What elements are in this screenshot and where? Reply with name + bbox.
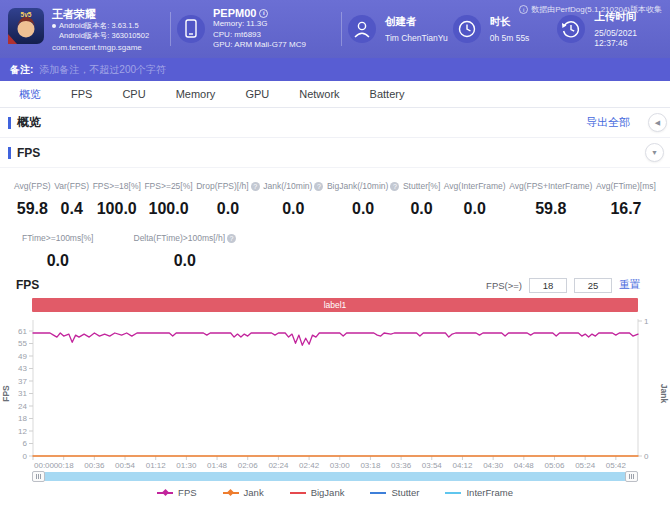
stat-FTime>=100ms[%]: FTime>=100ms[%]0.0 (22, 233, 94, 270)
reset-link[interactable]: 重置 (619, 278, 640, 292)
stat-Avg(FPS+InterFrame): Avg(FPS+InterFrame)59.8 (509, 181, 592, 218)
stat-Avg(FPS): Avg(FPS)59.8 (14, 181, 51, 218)
svg-text:03:36: 03:36 (391, 461, 412, 470)
stat-Avg(InterFrame): Avg(InterFrame)0.0 (444, 181, 506, 218)
stat-label: BigJank(/10min)? (327, 181, 399, 191)
stat-Var(FPS): Var(FPS)0.4 (54, 181, 89, 218)
legend-item-InterFrame[interactable]: InterFrame (445, 487, 512, 498)
legend-label: InterFrame (466, 487, 512, 498)
svg-text:12: 12 (18, 427, 27, 436)
person-icon (348, 15, 376, 43)
legend-item-Stutter[interactable]: Stutter (370, 487, 419, 498)
stat-value: 0.0 (327, 200, 399, 218)
svg-text:02:42: 02:42 (299, 461, 320, 470)
fps-threshold-high-input[interactable] (574, 278, 612, 293)
remark-input[interactable]: 添加备注，不超过200个字符 (39, 63, 166, 77)
legend-marker (290, 492, 306, 494)
svg-text:1: 1 (644, 317, 649, 326)
tab-Network[interactable]: Network (284, 81, 354, 107)
device-gpu: GPU: ARM Mali-G77 MC9 (213, 40, 306, 51)
slider-right-handle[interactable] (625, 471, 638, 482)
help-icon[interactable]: ? (251, 182, 260, 191)
app-icon: 5v5 (8, 8, 44, 44)
phone-icon (177, 15, 205, 43)
svg-text:24: 24 (18, 402, 27, 411)
svg-text:61: 61 (18, 327, 27, 336)
tab-CPU[interactable]: CPU (107, 81, 160, 107)
svg-text:00:00: 00:00 (34, 461, 55, 470)
stat-label: Drop(FPS)[/h]? (196, 181, 259, 191)
stat-label: FTime>=100ms[%] (22, 233, 94, 243)
duration-value: 0h 5m 55s (490, 33, 530, 43)
legend-item-FPS[interactable]: FPS (157, 487, 196, 498)
collapse-panel-button[interactable]: ◀ (648, 113, 667, 132)
device-block: PEPM00 i Memory: 11.3G CPU: mt6893 GPU: … (177, 7, 335, 51)
stat-label: Delta(FTime)>100ms[/h]? (134, 233, 237, 243)
overview-header: 概览 导出全部 ◀ (0, 108, 670, 138)
tab-GPU[interactable]: GPU (230, 81, 284, 107)
legend-marker (370, 492, 386, 494)
header-divider (341, 12, 342, 46)
stat-label: Stutter[%] (403, 181, 440, 191)
stat-value: 100.0 (93, 200, 141, 218)
legend-item-Jank[interactable]: Jank (223, 487, 264, 498)
device-info-icon[interactable]: i (259, 9, 268, 18)
svg-text:5v5: 5v5 (21, 11, 32, 18)
svg-text:05:06: 05:06 (544, 461, 565, 470)
fps-stats-row1: Avg(FPS)59.8Var(FPS)0.4FPS>=18[%]100.0FP… (0, 168, 670, 218)
stat-value: 0.0 (444, 200, 506, 218)
legend-label: FPS (178, 487, 196, 498)
tab-概览[interactable]: 概览 (4, 81, 56, 107)
stat-value: 59.8 (509, 200, 592, 218)
fps-threshold-low-input[interactable] (529, 278, 567, 293)
stat-label: FPS>=25[%] (144, 181, 192, 191)
svg-text:43: 43 (18, 364, 27, 373)
fps-chart: 061218243137434955610100:0000:1800:3600:… (0, 312, 670, 470)
app-version-name: Android版本名: 3.63.1.5 (52, 21, 149, 31)
collapse-section-button[interactable]: ▼ (645, 143, 664, 162)
stat-Stutter[%]: Stutter[%]0.0 (403, 181, 440, 218)
stat-label: Avg(InterFrame) (444, 181, 506, 191)
stat-Jank(/10min): Jank(/10min)?0.0 (263, 181, 323, 218)
svg-text:Jank: Jank (659, 384, 669, 404)
slider-left-handle[interactable] (32, 471, 45, 482)
stat-Drop(FPS)[/h]: Drop(FPS)[/h]?0.0 (196, 181, 259, 218)
fps-chart-title: FPS (0, 278, 670, 292)
info-icon: i (519, 5, 528, 14)
legend-marker (445, 492, 461, 494)
svg-text:03:18: 03:18 (360, 461, 381, 470)
tab-Memory[interactable]: Memory (161, 81, 231, 107)
section-accent-bar (8, 147, 11, 159)
slider-track[interactable] (32, 472, 638, 481)
upload-value: 25/05/2021 12:37:46 (594, 28, 662, 48)
chart-label-bar[interactable]: label1 (32, 298, 638, 312)
help-icon[interactable]: ? (314, 182, 323, 191)
export-all-link[interactable]: 导出全部 (586, 115, 630, 130)
creator-block: 创建者 Tim ChenTianYu (348, 15, 453, 43)
fps-stats-row2: FTime>=100ms[%]0.0Delta(FTime)>100ms[/h]… (0, 218, 670, 270)
upload-time-block: 上传时间 25/05/2021 12:37:46 (557, 10, 662, 48)
tab-FPS[interactable]: FPS (56, 81, 107, 107)
help-icon[interactable]: ? (227, 234, 236, 243)
stat-label: Jank(/10min)? (263, 181, 323, 191)
svg-text:6: 6 (23, 439, 28, 448)
stat-label: Avg(FTime)[ms] (596, 181, 656, 191)
remark-label: 备注: (10, 63, 33, 77)
stat-value: 0.0 (134, 252, 237, 270)
svg-text:03:00: 03:00 (330, 461, 351, 470)
svg-text:05:42: 05:42 (606, 461, 627, 470)
device-memory: Memory: 11.3G (213, 19, 306, 30)
svg-text:00:36: 00:36 (84, 461, 105, 470)
chart-range-slider[interactable] (32, 471, 638, 482)
overview-title: 概览 (17, 114, 41, 131)
legend-item-BigJank[interactable]: BigJank (290, 487, 345, 498)
svg-text:37: 37 (18, 377, 27, 386)
help-icon[interactable]: ? (390, 182, 399, 191)
header-divider (170, 12, 171, 46)
svg-text:04:48: 04:48 (514, 461, 535, 470)
device-cpu: CPU: mt6893 (213, 30, 306, 41)
svg-text:FPS: FPS (1, 385, 11, 402)
stat-Avg(FTime)[ms]: Avg(FTime)[ms]16.7 (596, 181, 656, 218)
tab-Battery[interactable]: Battery (355, 81, 420, 107)
stat-FPS>=25[%]: FPS>=25[%]100.0 (144, 181, 192, 218)
